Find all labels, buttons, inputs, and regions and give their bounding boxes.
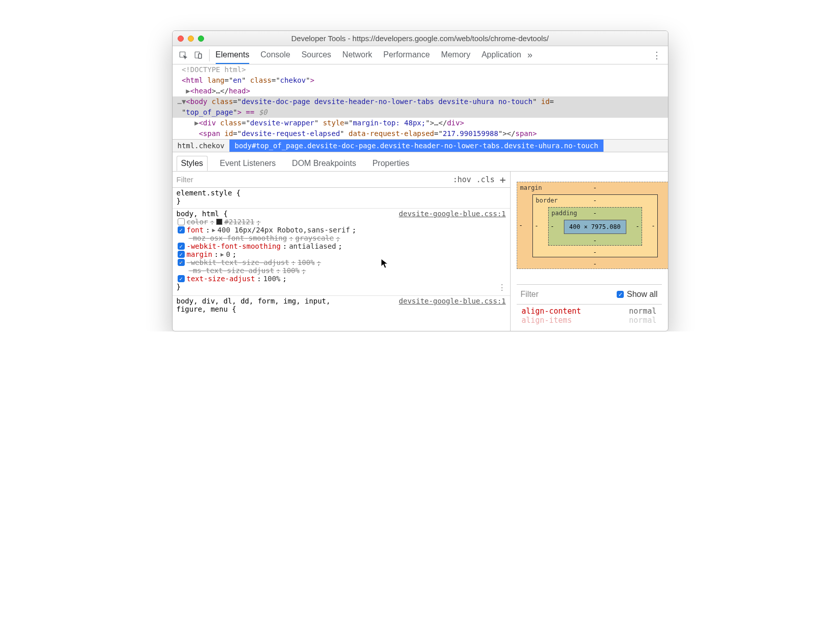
checkbox-wfs[interactable]	[178, 243, 185, 250]
new-rule-icon[interactable]: +	[499, 175, 506, 185]
crumb-html[interactable]: html.chekov	[173, 140, 230, 152]
close-window-button[interactable]	[178, 36, 184, 42]
shorthand-expand-icon[interactable]: ▶	[221, 251, 224, 258]
window-controls	[178, 36, 204, 42]
prop-moz-smoothing[interactable]: -moz-osx-font-smoothing: grayscale;	[177, 234, 506, 242]
sidebar-tabs: Styles Event Listeners DOM Breakpoints P…	[173, 152, 668, 172]
stylesheet-link[interactable]: devsite-google-blue.css:1	[399, 210, 506, 218]
selector-body-html[interactable]: body, html {	[177, 210, 228, 218]
border-top: -	[533, 197, 657, 204]
svg-rect-2	[198, 54, 201, 58]
collapse-arrow-icon[interactable]: …▼	[178, 97, 186, 106]
device-toolbar-icon[interactable]	[191, 51, 206, 60]
rule-body-div-etc: body, div, dl, dd, form, img, input, fig…	[173, 296, 510, 316]
rule-body-html: body, html { devsite-google-blue.css:1 c…	[173, 209, 510, 296]
tab-console[interactable]: Console	[260, 47, 290, 63]
cls-toggle[interactable]: .cls	[476, 175, 494, 184]
border-left: -	[535, 222, 539, 229]
minimize-window-button[interactable]	[188, 36, 194, 42]
padding-right: -	[635, 223, 639, 230]
subtab-properties[interactable]: Properties	[368, 156, 414, 171]
expand-arrow-icon[interactable]: ▶	[194, 119, 198, 127]
selector-2[interactable]: body, div, dl, dd, form, img, input, fig…	[177, 297, 359, 313]
prop-margin[interactable]: margin: ▶ 0;	[177, 250, 506, 258]
border-right: -	[651, 222, 655, 229]
dom-tree[interactable]: <!DOCTYPE html> <html lang="en" class="c…	[173, 64, 668, 139]
tab-performance[interactable]: Performance	[383, 47, 430, 63]
toolbar: Elements Console Sources Network Perform…	[173, 46, 668, 64]
tab-elements[interactable]: Elements	[216, 47, 250, 64]
styles-filter-row: Filter :hov .cls +	[173, 172, 510, 188]
brace-close: }	[177, 283, 181, 292]
computed-prop[interactable]: align-content normal	[522, 307, 657, 316]
dollar-zero: $0	[259, 108, 267, 116]
rule-element-style: element.style { }	[173, 188, 510, 209]
prop-ms-text-size-adjust[interactable]: -ms-text-size-adjust: 100%;	[177, 266, 506, 275]
panels: Filter :hov .cls + element.style { } bod…	[173, 172, 668, 331]
margin-right: -	[667, 222, 668, 229]
panel-tabs: Elements Console Sources Network Perform…	[213, 47, 521, 63]
subtab-dom-breakpoints[interactable]: DOM Breakpoints	[288, 156, 360, 171]
crumb-body[interactable]: body#top_of_page.devsite-doc-page.devsit…	[229, 140, 603, 152]
zoom-window-button[interactable]	[198, 36, 204, 42]
show-all-label: Show all	[627, 290, 657, 299]
hov-toggle[interactable]: :hov	[453, 175, 471, 184]
computed-filter-row: Filter Show all	[517, 284, 662, 305]
computed-pane: margin - - - - border - - - - padding -	[511, 172, 668, 331]
computed-prop[interactable]: align-items normal	[522, 316, 657, 325]
subtab-styles[interactable]: Styles	[177, 156, 208, 171]
color-swatch[interactable]	[216, 219, 222, 225]
styles-filter-input[interactable]: Filter	[177, 175, 453, 184]
prop-webkit-text-size-adjust[interactable]: -webkit-text-size-adjust: 100%;	[177, 258, 506, 266]
prop-color[interactable]: color: #212121;	[177, 218, 506, 226]
selector-element-style[interactable]: element.style {	[177, 189, 506, 197]
tab-application[interactable]: Application	[482, 47, 521, 63]
tab-sources[interactable]: Sources	[301, 47, 331, 63]
show-all-checkbox[interactable]	[617, 291, 624, 298]
checkbox-font[interactable]	[178, 226, 185, 233]
prop-text-size-adjust[interactable]: text-size-adjust: 100%;	[177, 275, 506, 283]
tab-memory[interactable]: Memory	[441, 47, 471, 63]
inspect-element-icon[interactable]	[176, 51, 191, 60]
window-title: Developer Tools - https://developers.goo…	[173, 34, 668, 43]
computed-properties[interactable]: align-content normal align-items normal	[517, 305, 662, 325]
brace-close: }	[177, 197, 506, 205]
prop-webkit-font-smoothing[interactable]: -webkit-font-smoothing: antialiased;	[177, 242, 506, 250]
expand-arrow-icon[interactable]: ▶	[186, 87, 190, 95]
padding-left: -	[551, 223, 554, 230]
subtab-event-listeners[interactable]: Event Listeners	[216, 156, 280, 171]
doctype-node: <!DOCTYPE html>	[182, 65, 246, 74]
shorthand-expand-icon[interactable]: ▶	[212, 227, 216, 233]
checkbox-tsa[interactable]	[178, 275, 185, 282]
margin-bottom: -	[517, 260, 668, 267]
stylesheet-link-2[interactable]: devsite-google-blue.css:1	[399, 297, 506, 313]
devtools-window: Developer Tools - https://developers.goo…	[172, 30, 668, 331]
rule-menu-icon[interactable]: ⋮	[498, 283, 506, 292]
prop-font[interactable]: font: ▶ 400 16px/24px Roboto,sans-serif;	[177, 226, 506, 234]
settings-menu-icon[interactable]: ⋮	[652, 50, 661, 61]
separator	[209, 49, 210, 61]
margin-top: -	[517, 184, 668, 191]
tab-network[interactable]: Network	[343, 47, 373, 63]
padding-bottom: -	[549, 237, 642, 244]
margin-left: -	[519, 222, 523, 229]
border-bottom: -	[533, 249, 657, 256]
titlebar: Developer Tools - https://developers.goo…	[173, 31, 668, 46]
more-tabs-icon[interactable]: »	[527, 50, 532, 60]
checkbox-wtsa[interactable]	[178, 259, 185, 266]
box-model[interactable]: margin - - - - border - - - - padding -	[517, 182, 668, 269]
content-size: 400 × 7975.080	[564, 220, 626, 234]
styles-pane: Filter :hov .cls + element.style { } bod…	[173, 172, 511, 331]
padding-top: -	[549, 210, 642, 217]
computed-filter-input[interactable]: Filter	[521, 290, 539, 299]
checkbox-margin[interactable]	[178, 251, 185, 258]
checkbox-color[interactable]	[178, 218, 185, 225]
breadcrumb: html.chekov body#top_of_page.devsite-doc…	[173, 139, 668, 152]
selected-node[interactable]: …▼<body class="devsite-doc-page devsite-…	[173, 96, 668, 118]
